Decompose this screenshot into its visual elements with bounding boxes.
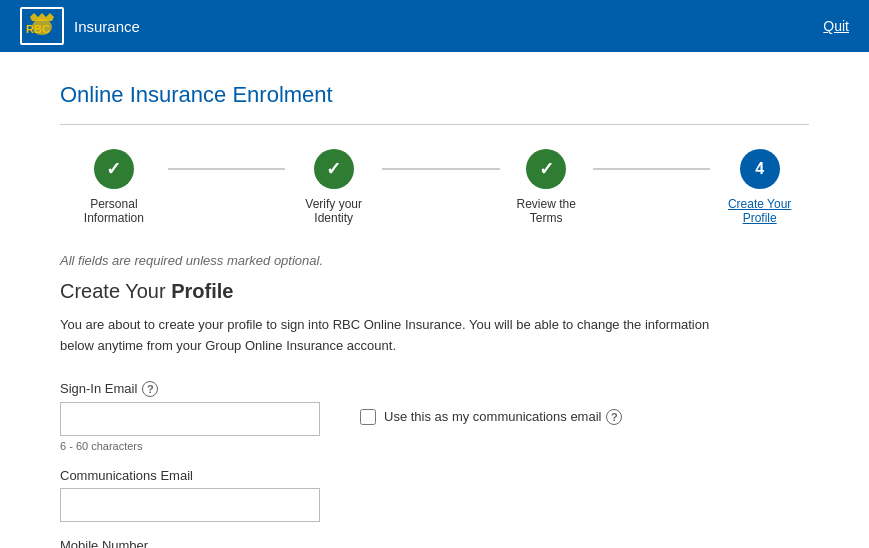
step-4-label[interactable]: Create Your Profile — [710, 197, 809, 225]
mobile-number-label-text: Mobile Number — [60, 538, 148, 548]
step-2-icon: ✓ — [326, 158, 341, 180]
step-3-circle: ✓ — [526, 149, 566, 189]
logo-area: RBC Insurance — [20, 7, 140, 45]
section-description: You are about to create your profile to … — [60, 315, 740, 357]
section-title-bold: Profile — [171, 280, 233, 302]
quit-link[interactable]: Quit — [823, 18, 849, 34]
page-title: Online Insurance Enrolment — [60, 82, 809, 108]
communications-email-group: Communications Email — [60, 468, 809, 522]
communications-email-input[interactable] — [60, 488, 320, 522]
main-content: Online Insurance Enrolment ✓ Personal In… — [0, 52, 869, 548]
connector-1 — [168, 168, 286, 170]
sign-in-email-label-text: Sign-In Email — [60, 381, 137, 396]
step-3: ✓ Review the Terms — [500, 149, 593, 225]
step-2-label: Verify your Identity — [285, 197, 382, 225]
step-4-circle: 4 — [740, 149, 780, 189]
step-2-circle: ✓ — [314, 149, 354, 189]
use-comm-email-label: Use this as my communications email ? — [384, 409, 622, 425]
sign-in-email-label: Sign-In Email ? — [60, 381, 320, 397]
use-comm-email-row: Use this as my communications email ? — [360, 409, 622, 425]
required-note: All fields are required unless marked op… — [60, 253, 809, 268]
step-1-label: Personal Information — [60, 197, 168, 225]
step-3-label: Review the Terms — [500, 197, 593, 225]
use-comm-email-label-text: Use this as my communications email — [384, 409, 601, 424]
sign-in-email-hint: 6 - 60 characters — [60, 440, 320, 452]
rbc-logo: RBC — [20, 7, 64, 45]
communications-email-label-text: Communications Email — [60, 468, 193, 483]
section-title-normal: Create Your — [60, 280, 171, 302]
header-insurance-label: Insurance — [74, 18, 140, 35]
step-1-icon: ✓ — [106, 158, 121, 180]
step-1-circle: ✓ — [94, 149, 134, 189]
use-comm-email-checkbox[interactable] — [360, 409, 376, 425]
email-row: Sign-In Email ? 6 - 60 characters Use th… — [60, 381, 809, 452]
step-2: ✓ Verify your Identity — [285, 149, 382, 225]
step-1: ✓ Personal Information — [60, 149, 168, 225]
mobile-number-group: Mobile Number Your number will be used t… — [60, 538, 809, 548]
divider — [60, 124, 809, 125]
communications-email-label: Communications Email — [60, 468, 809, 483]
sign-in-email-help-icon[interactable]: ? — [142, 381, 158, 397]
step-3-icon: ✓ — [539, 158, 554, 180]
connector-3 — [593, 168, 711, 170]
header: RBC Insurance Quit — [0, 0, 869, 52]
mobile-number-label: Mobile Number — [60, 538, 809, 548]
step-4: 4 Create Your Profile — [710, 149, 809, 225]
connector-2 — [382, 168, 500, 170]
comm-email-checkbox-help-icon[interactable]: ? — [606, 409, 622, 425]
progress-steps: ✓ Personal Information ✓ Verify your Ide… — [60, 149, 809, 225]
section-title: Create Your Profile — [60, 280, 809, 303]
svg-point-3 — [32, 19, 52, 35]
sign-in-email-group: Sign-In Email ? 6 - 60 characters — [60, 381, 320, 452]
step-4-number: 4 — [755, 160, 764, 178]
sign-in-email-input[interactable] — [60, 402, 320, 436]
